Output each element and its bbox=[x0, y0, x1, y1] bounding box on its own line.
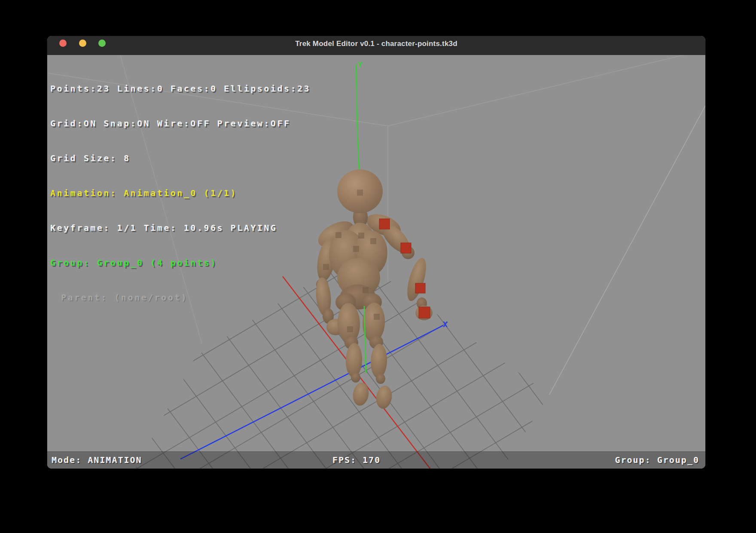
point-marker bbox=[363, 287, 369, 293]
grid-line bbox=[433, 107, 665, 417]
status-mode: Mode: ANIMATION bbox=[52, 455, 142, 465]
point-marker bbox=[335, 232, 341, 238]
window-title: Trek Model Editor v0.1 - character-point… bbox=[47, 36, 705, 55]
grid-line bbox=[188, 340, 607, 469]
selected-point-marker-shoulder[interactable] bbox=[379, 219, 390, 229]
grid-line bbox=[67, 324, 299, 469]
hud-keyframe: Keyframe: 1/1 Time: 10.96s PLAYING bbox=[50, 222, 311, 234]
status-fps: FPS: 170 bbox=[332, 455, 381, 465]
point-marker bbox=[370, 238, 376, 244]
app-window: Trek Model Editor v0.1 - character-point… bbox=[47, 36, 705, 469]
point-marker bbox=[358, 233, 364, 239]
grid-line bbox=[355, 154, 587, 463]
point-marker bbox=[347, 326, 353, 332]
hud-group: Group: Group_0 (4 points) bbox=[50, 257, 311, 269]
y-axis-green-upper bbox=[356, 64, 359, 169]
right-forearm bbox=[403, 256, 430, 303]
point-marker bbox=[353, 246, 359, 252]
grid-line bbox=[407, 123, 639, 432]
right-calf bbox=[370, 343, 388, 378]
mannequin-model[interactable] bbox=[314, 169, 433, 410]
right-foot bbox=[375, 385, 393, 410]
hud-grid-size: Grid Size: 8 bbox=[50, 153, 311, 164]
x-axis-label: X bbox=[443, 320, 448, 329]
desktop-background: Trek Model Editor v0.1 - character-point… bbox=[0, 0, 756, 533]
y-axis-label: Y bbox=[358, 60, 363, 69]
status-group: Group: Group_0 bbox=[615, 455, 699, 465]
point-marker bbox=[323, 264, 329, 270]
hud-overlay: Points:23 Lines:0 Faces:0 Ellipsoids:23 … bbox=[50, 60, 311, 327]
right-wall-floor-edge bbox=[549, 106, 705, 395]
grid-line bbox=[47, 340, 272, 469]
viewport-3d[interactable]: Y X Points:23 Lines:0 Faces:0 Ellipsoids… bbox=[47, 55, 705, 469]
hud-parent: Parent: (none/root) bbox=[50, 292, 311, 303]
selected-point-marker-hand[interactable] bbox=[419, 307, 430, 318]
left-foot bbox=[351, 382, 370, 407]
status-bar: Mode: ANIMATION FPS: 170 Group: Group_0 bbox=[47, 451, 705, 469]
selected-point-marker-elbow[interactable] bbox=[401, 243, 411, 253]
titlebar[interactable]: Trek Model Editor v0.1 - character-point… bbox=[47, 36, 705, 55]
hud-animation: Animation: Animation_0 (1/1) bbox=[50, 187, 311, 199]
right-ankle bbox=[376, 374, 385, 384]
point-marker bbox=[374, 314, 380, 320]
ceiling-right-edge bbox=[388, 55, 705, 126]
selected-point-marker-forearm[interactable] bbox=[415, 283, 425, 293]
left-ankle bbox=[351, 372, 360, 383]
hud-toggles: Grid:ON Snap:ON Wire:OFF Preview:OFF bbox=[50, 118, 311, 129]
point-marker bbox=[357, 190, 363, 196]
hud-counts: Points:23 Lines:0 Faces:0 Ellipsoids:23 bbox=[50, 83, 311, 95]
